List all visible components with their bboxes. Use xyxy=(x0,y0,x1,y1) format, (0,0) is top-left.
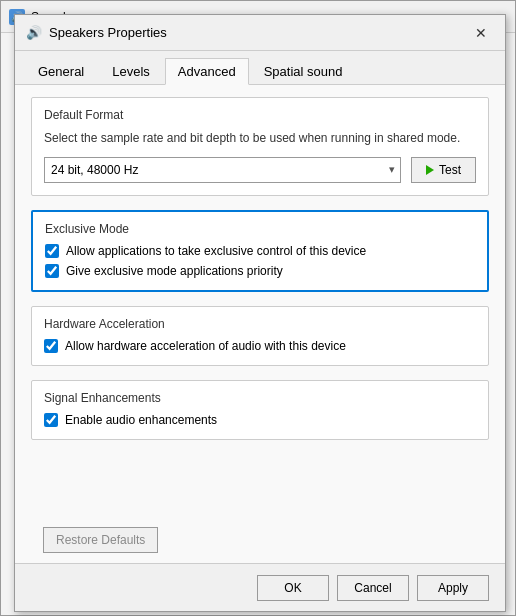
dialog-icon: 🔊 xyxy=(25,24,43,42)
hw-accel-label: Allow hardware acceleration of audio wit… xyxy=(65,339,346,353)
hardware-acceleration-section: Hardware Acceleration Allow hardware acc… xyxy=(31,306,489,366)
tab-bar: General Levels Advanced Spatial sound xyxy=(15,51,505,85)
ok-button[interactable]: OK xyxy=(257,575,329,601)
apply-button[interactable]: Apply xyxy=(417,575,489,601)
tab-levels[interactable]: Levels xyxy=(99,58,163,85)
exclusive-priority-label: Give exclusive mode applications priorit… xyxy=(66,264,283,278)
exclusive-control-item: Allow applications to take exclusive con… xyxy=(45,244,475,258)
hw-accel-item: Allow hardware acceleration of audio wit… xyxy=(44,339,476,353)
format-row: 24 bit, 48000 Hz 16 bit, 44100 Hz 16 bit… xyxy=(44,157,476,183)
dialog-buttons: OK Cancel Apply xyxy=(15,563,505,611)
hw-accel-checkbox[interactable] xyxy=(44,339,58,353)
signal-enhancements-label: Signal Enhancements xyxy=(44,391,476,405)
tab-general[interactable]: General xyxy=(25,58,97,85)
format-dropdown-wrapper: 24 bit, 48000 Hz 16 bit, 44100 Hz 16 bit… xyxy=(44,157,401,183)
speakers-properties-dialog: 🔊 Speakers Properties ✕ General Levels A… xyxy=(14,14,506,612)
audio-enhancements-item: Enable audio enhancements xyxy=(44,413,476,427)
format-dropdown[interactable]: 24 bit, 48000 Hz 16 bit, 44100 Hz 16 bit… xyxy=(44,157,401,183)
default-format-description: Select the sample rate and bit depth to … xyxy=(44,130,476,147)
play-icon xyxy=(426,165,434,175)
default-format-label: Default Format xyxy=(44,108,476,122)
dialog-content: Default Format Select the sample rate an… xyxy=(15,85,505,561)
audio-enhancements-checkbox[interactable] xyxy=(44,413,58,427)
dialog-title: Speakers Properties xyxy=(49,25,461,40)
dialog-titlebar: 🔊 Speakers Properties ✕ xyxy=(15,15,505,51)
tab-spatial-sound[interactable]: Spatial sound xyxy=(251,58,356,85)
exclusive-mode-section: Exclusive Mode Allow applications to tak… xyxy=(31,210,489,292)
cancel-button[interactable]: Cancel xyxy=(337,575,409,601)
restore-defaults-button[interactable]: Restore Defaults xyxy=(43,527,158,553)
exclusive-mode-label: Exclusive Mode xyxy=(45,222,475,236)
exclusive-control-label: Allow applications to take exclusive con… xyxy=(66,244,366,258)
test-button-label: Test xyxy=(439,163,461,177)
audio-enhancements-label: Enable audio enhancements xyxy=(65,413,217,427)
signal-enhancements-section: Signal Enhancements Enable audio enhance… xyxy=(31,380,489,440)
tab-advanced[interactable]: Advanced xyxy=(165,58,249,85)
exclusive-control-checkbox[interactable] xyxy=(45,244,59,258)
test-button[interactable]: Test xyxy=(411,157,476,183)
default-format-section: Default Format Select the sample rate an… xyxy=(31,97,489,196)
exclusive-priority-checkbox[interactable] xyxy=(45,264,59,278)
hardware-acceleration-label: Hardware Acceleration xyxy=(44,317,476,331)
exclusive-priority-item: Give exclusive mode applications priorit… xyxy=(45,264,475,278)
close-button[interactable]: ✕ xyxy=(467,19,495,47)
